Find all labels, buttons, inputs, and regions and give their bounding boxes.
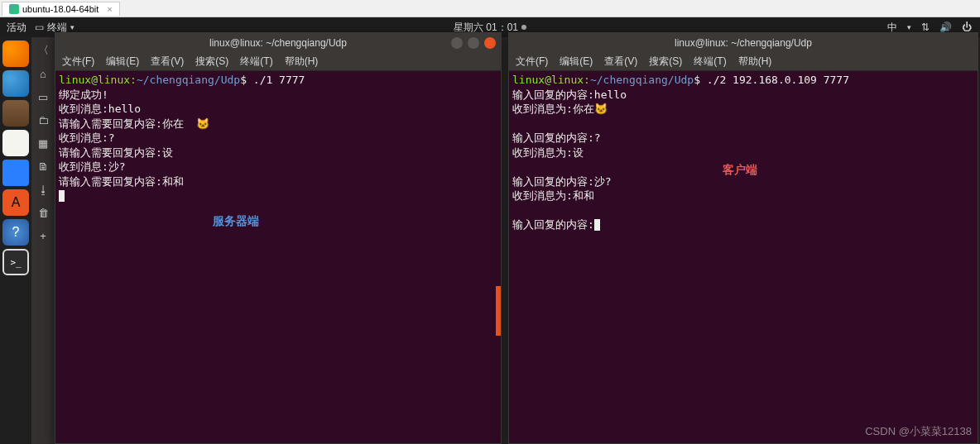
files-icon[interactable] xyxy=(2,100,29,127)
menu-help[interactable]: 帮助(H) xyxy=(738,55,772,69)
prompt-path: ~/chengqiang/Udp xyxy=(137,74,240,86)
document-icon[interactable]: 🗎 xyxy=(36,160,50,173)
rhythmbox-icon[interactable] xyxy=(2,130,29,156)
output-line: 绑定成功! xyxy=(59,88,108,101)
menu-help[interactable]: 帮助(H) xyxy=(285,55,319,69)
output-line: 请输入需要回复内容:你在 🐱 xyxy=(59,117,209,130)
vm-tab-bar: ubuntu-18.04-64bit × xyxy=(0,0,980,17)
client-terminal-window: linux@linux: ~/chengqiang/Udp 文件(F) 编辑(E… xyxy=(508,32,978,444)
grid-icon[interactable]: ▦ xyxy=(36,136,50,150)
minimize-button[interactable] xyxy=(451,37,463,49)
menu-terminal[interactable]: 终端(T) xyxy=(240,55,272,69)
terminal-menubar: 文件(F) 编辑(E) 查看(V) 搜索(S) 终端(T) 帮助(H) xyxy=(55,53,501,71)
desktop-area: linux@linux: ~/chengqiang/Udp 文件(F) 编辑(E… xyxy=(55,37,980,444)
server-terminal-window: linux@linux: ~/chengqiang/Udp 文件(F) 编辑(E… xyxy=(55,32,502,444)
activities-button[interactable]: 活动 xyxy=(7,21,26,35)
notification-dot-icon xyxy=(521,25,526,30)
terminal-body[interactable]: linux@linux:~/chengqiang/Udp$ ./2 192.16… xyxy=(509,71,978,443)
output-block: 输入回复的内容:沙? 收到消息为:和和 xyxy=(512,175,612,203)
client-label: 客户端 xyxy=(723,162,757,178)
power-icon[interactable]: ⏻ xyxy=(962,21,972,33)
maximize-button[interactable] xyxy=(468,37,479,49)
output-line: 收到消息:hello xyxy=(59,103,141,115)
output-line: 请输入需要回复内容:设 xyxy=(59,146,173,159)
nautilus-sidebar: 〈 ⌂ ▭ 🗀 ▦ 🗎 ⭳ 🗑 + xyxy=(31,37,55,444)
menu-search[interactable]: 搜索(S) xyxy=(649,55,682,69)
libreoffice-writer-icon[interactable] xyxy=(2,160,29,186)
vm-tab-label: ubuntu-18.04-64bit xyxy=(22,4,98,14)
cursor-icon xyxy=(594,219,600,231)
folder-icon[interactable]: 🗀 xyxy=(36,113,50,127)
firefox-icon[interactable] xyxy=(2,41,29,67)
chevron-down-icon: ▾ xyxy=(907,23,911,31)
terminal-titlebar[interactable]: linux@linux: ~/chengqiang/Udp xyxy=(509,33,978,53)
menu-terminal[interactable]: 终端(T) xyxy=(694,55,726,69)
close-button[interactable] xyxy=(484,37,496,49)
menu-view[interactable]: 查看(V) xyxy=(604,55,637,69)
thunderbird-icon[interactable] xyxy=(2,70,29,97)
downloads-icon[interactable]: ⭳ xyxy=(36,183,50,196)
volume-icon[interactable]: 🔊 xyxy=(939,21,952,33)
output-block: 输入回复的内容: xyxy=(512,218,594,231)
output-block: 输入回复的内容:? 收到消息为:设 xyxy=(512,131,601,159)
menu-search[interactable]: 搜索(S) xyxy=(195,55,228,69)
prompt-user: linux@linux xyxy=(512,74,584,86)
menu-edit[interactable]: 编辑(E) xyxy=(560,55,593,69)
terminal-app-icon[interactable]: >_ xyxy=(2,249,29,275)
output-line: 收到消息:沙? xyxy=(59,160,126,173)
help-icon[interactable]: ? xyxy=(2,219,29,246)
terminal-body[interactable]: linux@linux:~/chengqiang/Udp$ ./1 7777 绑… xyxy=(55,71,501,443)
network-icon[interactable]: ⇅ xyxy=(921,21,930,33)
back-icon[interactable]: 〈 xyxy=(36,44,50,57)
terminal-icon: ▭ xyxy=(35,21,44,33)
add-icon[interactable]: + xyxy=(36,229,50,242)
output-line: 请输入需要回复内容:和和 xyxy=(59,175,184,188)
watermark: CSDN @小菜菜12138 xyxy=(865,424,972,439)
command-text: ./1 7777 xyxy=(247,74,305,86)
home-icon[interactable]: ⌂ xyxy=(36,67,50,80)
terminal-titlebar[interactable]: linux@linux: ~/chengqiang/Udp xyxy=(55,33,501,53)
menu-edit[interactable]: 编辑(E) xyxy=(106,55,139,69)
server-label: 服务器端 xyxy=(213,213,259,229)
terminal-title: linux@linux: ~/chengqiang/Udp xyxy=(209,37,347,49)
chevron-down-icon: ▾ xyxy=(70,23,74,31)
vm-icon xyxy=(9,4,19,14)
command-text: ./2 192.168.0.109 7777 xyxy=(700,74,849,86)
terminal-title: linux@linux: ~/chengqiang/Udp xyxy=(675,37,812,49)
prompt-path: ~/chengqiang/Udp xyxy=(590,74,694,86)
desktop-icon[interactable]: ▭ xyxy=(36,90,50,103)
vm-tab-close[interactable]: × xyxy=(107,4,112,14)
prompt-user: linux@linux xyxy=(59,74,130,86)
menu-file[interactable]: 文件(F) xyxy=(516,55,548,69)
output-block: 输入回复的内容:hello 收到消息为:你在🐱 xyxy=(512,88,627,116)
cursor-icon xyxy=(59,190,65,202)
dock: A ? >_ xyxy=(0,37,31,444)
output-line: 收到消息:? xyxy=(59,131,115,144)
vm-tab[interactable]: ubuntu-18.04-64bit × xyxy=(2,2,120,16)
ubuntu-software-icon[interactable]: A xyxy=(2,189,29,216)
menu-file[interactable]: 文件(F) xyxy=(62,55,94,69)
terminal-menubar: 文件(F) 编辑(E) 查看(V) 搜索(S) 终端(T) 帮助(H) xyxy=(509,53,978,71)
menu-view[interactable]: 查看(V) xyxy=(151,55,184,69)
scrollbar[interactable] xyxy=(496,286,501,336)
trash-icon[interactable]: 🗑 xyxy=(36,206,50,219)
